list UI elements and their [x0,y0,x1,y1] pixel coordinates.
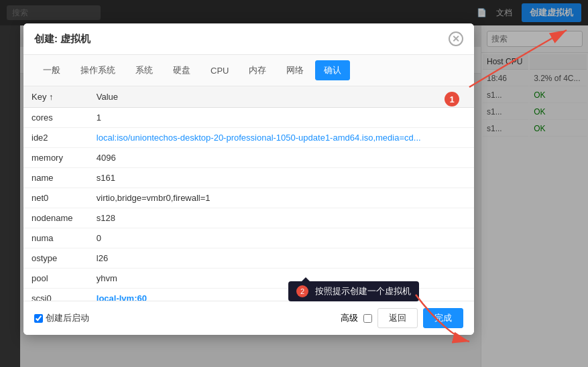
modal-overlay: 创建: 虚拟机 ✕ 一般 操作系统 系统 硬盘 CPU 内存 网络 确认 1 K… [0,0,588,367]
tooltip-box: 2 按照提示创建一个虚拟机 [288,281,419,301]
table-row: ostypel26 [23,248,474,269]
table-cell-value: virtio,bridge=vmbr0,firewall=1 [89,188,474,208]
back-button[interactable]: 返回 [377,308,418,328]
tab-os[interactable]: 操作系统 [72,60,124,80]
table-cell-key: name [23,168,89,188]
table-cell-key: nodename [23,208,89,228]
finish-button[interactable]: 完成 [423,308,463,328]
auto-start-checkbox[interactable] [34,314,43,323]
table-cell-value: 0 [89,228,474,248]
table-cell-key: ostype [23,248,89,269]
tab-system[interactable]: 系统 [127,60,162,80]
modal-title: 创建: 虚拟机 [34,33,91,46]
auto-start-text: 创建后启动 [46,312,89,324]
table-cell-value: 4096 [89,148,474,168]
table-cell-value: l26 [89,248,474,269]
modal-body: 1 Key ↑ Value cores1ide2local:iso/uniont… [23,86,474,301]
modal-header: 创建: 虚拟机 ✕ [23,23,474,55]
table-row: net0virtio,bridge=vmbr0,firewall=1 [23,188,474,208]
modal-footer: 创建后启动 高级 返回 完成 [23,301,474,335]
table-cell-key: net0 [23,188,89,208]
table-row: names161 [23,168,474,188]
config-table-wrapper[interactable]: Key ↑ Value cores1ide2local:iso/uniontec… [23,86,474,301]
table-cell-key: scsi0 [23,289,89,301]
table-cell-value: 1 [89,108,474,128]
table-row: memory4096 [23,148,474,168]
col-value-header: Value [89,86,474,108]
table-cell-value: s128 [89,208,474,228]
table-cell-key: memory [23,148,89,168]
advanced-label: 高级 [341,312,358,324]
table-cell-key: pool [23,269,89,289]
table-row: nodenames128 [23,208,474,228]
table-row: cores1 [23,108,474,128]
badge-1: 1 [445,92,459,106]
table-cell-key: numa [23,228,89,248]
table-cell-key: ide2 [23,128,89,148]
auto-start-label[interactable]: 创建后启动 [34,312,89,324]
tooltip-badge: 2 [296,285,308,297]
tooltip-text: 按照提示创建一个虚拟机 [315,286,411,296]
tab-general[interactable]: 一般 [34,60,69,80]
col-key-header: Key ↑ [23,86,89,108]
table-cell-key: cores [23,108,89,128]
tab-cpu[interactable]: CPU [202,62,237,80]
tab-disk[interactable]: 硬盘 [164,60,199,80]
table-cell-value: s161 [89,168,474,188]
config-table: Key ↑ Value cores1ide2local:iso/uniontec… [23,86,474,301]
table-cell-value: local:iso/uniontechos-desktop-20-profess… [89,128,474,148]
tab-confirm[interactable]: 确认 [315,60,350,80]
modal-tabs: 一般 操作系统 系统 硬盘 CPU 内存 网络 确认 [23,55,474,86]
tab-memory[interactable]: 内存 [240,60,275,80]
modal-close-button[interactable]: ✕ [449,31,463,46]
table-row: numa0 [23,228,474,248]
table-row: ide2local:iso/uniontechos-desktop-20-pro… [23,128,474,148]
tab-network[interactable]: 网络 [278,60,312,80]
advanced-checkbox[interactable] [363,314,372,323]
